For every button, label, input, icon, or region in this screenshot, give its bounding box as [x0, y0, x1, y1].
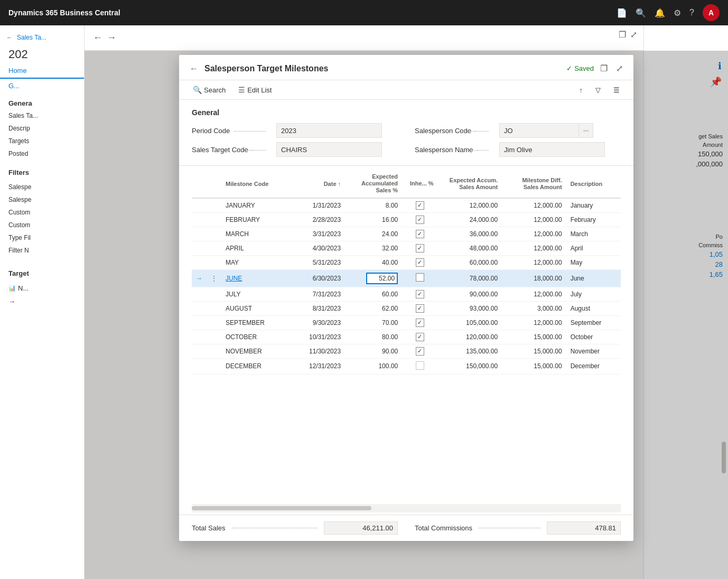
document-icon[interactable]: 📄 — [617, 8, 627, 18]
col-description: Description — [566, 170, 621, 198]
checkbox-checked[interactable] — [416, 347, 424, 356]
expected-acc-sales-pct-cell[interactable] — [345, 269, 402, 287]
milestone-code-cell: NOVEMBER — [221, 344, 291, 358]
inherited-checkbox-cell[interactable] — [402, 198, 438, 213]
description-cell: October — [566, 330, 621, 344]
sales-target-code-input[interactable] — [276, 142, 382, 157]
inherited-checkbox-cell[interactable] — [402, 315, 438, 330]
filter-button[interactable]: ▽ — [590, 84, 606, 96]
sidebar-back-icon[interactable]: ← — [6, 34, 13, 41]
modal-back-button[interactable]: ← — [188, 62, 200, 76]
scroll-thumb[interactable] — [192, 506, 371, 510]
table-row[interactable]: MAY5/31/202340.0060,000.0012,000.00May — [192, 255, 621, 269]
milestone-code-cell: OCTOBER — [221, 330, 291, 344]
modal-restore-icon[interactable]: ❐ — [598, 61, 610, 76]
checkbox-checked[interactable] — [416, 290, 424, 298]
edit-list-button[interactable]: ☰ Edit List — [233, 83, 277, 96]
col-arrow — [192, 170, 207, 198]
help-icon[interactable]: ? — [689, 8, 694, 17]
pct-input[interactable] — [366, 273, 398, 284]
share-icon: ↑ — [580, 86, 583, 94]
modal-panel: ← Salesperson Target Milestones ✓ Saved … — [179, 55, 633, 541]
sidebar-filter-custom-2[interactable]: Custom — [0, 219, 84, 231]
expected-accum-sales-amount-cell: 24,000.00 — [438, 212, 502, 227]
horizontal-scrollbar[interactable] — [192, 504, 621, 512]
sidebar-filter-salespe-2[interactable]: Salespe — [0, 193, 84, 206]
content-nav-back-icon[interactable]: ← — [93, 32, 102, 43]
inherited-checkbox-cell[interactable] — [402, 269, 438, 287]
inherited-checkbox-cell[interactable] — [402, 330, 438, 344]
sidebar-filter-name[interactable]: Filter N — [0, 244, 84, 257]
table-row[interactable]: APRIL4/30/202332.0048,000.0012,000.00Apr… — [192, 241, 621, 255]
date-cell: 9/30/2023 — [291, 315, 345, 330]
date-cell: 10/31/2023 — [291, 330, 345, 344]
table-row[interactable]: JANUARY1/31/20238.0012,000.0012,000.00Ja… — [192, 198, 621, 213]
restore-icon[interactable]: ❐ — [619, 30, 626, 40]
user-avatar[interactable]: A — [703, 4, 720, 21]
sidebar-target-item[interactable]: 📊 N... — [0, 282, 84, 295]
checkbox-checked[interactable] — [416, 333, 424, 341]
table-row[interactable]: DECEMBER12/31/2023100.00150,000.0015,000… — [192, 358, 621, 374]
inherited-checkbox-cell[interactable] — [402, 227, 438, 241]
checkbox-checked[interactable] — [416, 319, 424, 327]
checkbox-checked[interactable] — [416, 201, 424, 210]
modal-expand-icon[interactable]: ⤢ — [614, 61, 625, 76]
sidebar-item-descrip[interactable]: Descrip — [0, 122, 84, 135]
general-section: General Period Code — [179, 100, 633, 161]
period-code-input[interactable] — [276, 123, 382, 138]
checkbox-checked[interactable] — [416, 304, 424, 313]
table-row[interactable]: OCTOBER10/31/202380.00120,000.0015,000.0… — [192, 330, 621, 344]
search-button[interactable]: 🔍 Search — [188, 83, 231, 96]
checkbox-partial[interactable] — [416, 361, 424, 370]
bell-icon[interactable]: 🔔 — [655, 8, 665, 18]
inherited-checkbox-cell[interactable] — [402, 287, 438, 301]
checkbox-checked[interactable] — [416, 216, 424, 224]
table-row[interactable]: →⋮JUNE6/30/202378,000.0018,000.00June — [192, 269, 621, 287]
content-nav-forward-icon[interactable]: → — [107, 32, 116, 43]
inherited-checkbox-cell[interactable] — [402, 255, 438, 269]
sidebar-back-label[interactable]: Sales Ta... — [17, 34, 46, 41]
checkbox-checked[interactable] — [416, 230, 424, 238]
sidebar-item-posted[interactable]: Posted — [0, 147, 84, 160]
expected-accum-sales-amount-cell: 12,000.00 — [438, 198, 502, 213]
row-menu-dots[interactable]: ⋮ — [207, 269, 221, 287]
share-button[interactable]: ↑ — [574, 84, 589, 96]
gear-icon[interactable]: ⚙ — [674, 8, 681, 18]
checkbox-unchecked[interactable] — [416, 273, 424, 282]
salesperson-name-input[interactable] — [499, 142, 605, 157]
sidebar-arrow-row[interactable]: → — [0, 295, 84, 308]
inherited-checkbox-cell[interactable] — [402, 301, 438, 315]
milestone-diff-sales-amount-cell: 15,000.00 — [502, 344, 566, 358]
sidebar-filter-salespe-1[interactable]: Salespe — [0, 181, 84, 193]
date-cell: 2/28/2023 — [291, 212, 345, 227]
sidebar-item-sales-ta[interactable]: Sales Ta... — [0, 109, 84, 122]
row-menu-dots — [207, 330, 221, 344]
inherited-checkbox-cell[interactable] — [402, 241, 438, 255]
sidebar-nav-g[interactable]: G... — [0, 79, 84, 93]
expected-accum-sales-amount-cell: 135,000.00 — [438, 344, 502, 358]
expand-icon[interactable]: ⤢ — [630, 30, 637, 40]
inherited-checkbox-cell[interactable] — [402, 212, 438, 227]
salesperson-code-input[interactable] — [499, 123, 578, 138]
table-row[interactable]: SEPTEMBER9/30/202370.00105,000.0012,000.… — [192, 315, 621, 330]
salesperson-code-ellipsis[interactable]: ··· — [578, 123, 593, 138]
table-row[interactable]: MARCH3/31/202324.0036,000.0012,000.00Mar… — [192, 227, 621, 241]
sidebar-item-targets[interactable]: Targets — [0, 135, 84, 147]
sidebar-back-row: ← Sales Ta... — [0, 30, 84, 45]
search-icon[interactable]: 🔍 — [636, 8, 646, 18]
checkbox-checked[interactable] — [416, 244, 424, 253]
salesperson-code-label: Salesperson Code — [415, 127, 499, 135]
sidebar-filter-custom-1[interactable]: Custom — [0, 206, 84, 219]
table-row[interactable]: FEBRUARY2/28/202316.0024,000.0012,000.00… — [192, 212, 621, 227]
table-row[interactable]: AUGUST8/31/202362.0093,000.003,000.00Aug… — [192, 301, 621, 315]
sidebar-nav-home[interactable]: Home — [0, 63, 84, 79]
inherited-checkbox-cell[interactable] — [402, 358, 438, 374]
checkbox-checked[interactable] — [416, 258, 424, 267]
arrow-icon: → — [8, 297, 15, 305]
table-row[interactable]: NOVEMBER11/30/202390.00135,000.0015,000.… — [192, 344, 621, 358]
milestone-code-link[interactable]: JUNE — [226, 275, 242, 282]
columns-button[interactable]: ☰ — [608, 84, 625, 96]
inherited-checkbox-cell[interactable] — [402, 344, 438, 358]
table-row[interactable]: JULY7/31/202360.0090,000.0012,000.00July — [192, 287, 621, 301]
sidebar-filter-type[interactable]: Type Fil — [0, 231, 84, 244]
